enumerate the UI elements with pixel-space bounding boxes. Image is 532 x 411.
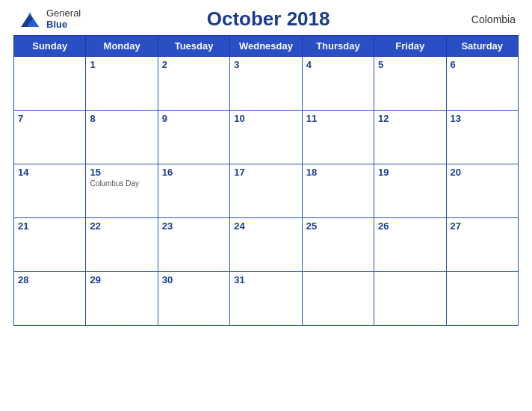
date-number: 3	[234, 59, 297, 70]
calendar-week-row: 21222324252627	[14, 218, 519, 272]
generalblue-icon	[16, 9, 43, 30]
country-label: Colombia	[456, 13, 516, 25]
calendar-cell: 30	[158, 272, 229, 326]
date-number: 26	[378, 220, 442, 232]
calendar-week-row: 1415Columbus Day1617181920	[14, 164, 519, 218]
calendar-cell	[14, 57, 86, 111]
calendar-cell: 28	[14, 272, 86, 326]
calendar-cell: 6	[446, 57, 518, 111]
date-number: 17	[234, 167, 297, 178]
calendar-cell: 11	[302, 111, 374, 164]
calendar-cell: 4	[302, 57, 374, 111]
date-number: 11	[306, 113, 370, 124]
calendar-cell: 27	[446, 218, 518, 272]
date-number: 10	[234, 113, 297, 124]
calendar-cell: 19	[374, 164, 446, 218]
calendar-cell: 17	[230, 164, 302, 218]
calendar-cell: 22	[86, 218, 158, 272]
date-number: 22	[90, 220, 153, 232]
date-number: 16	[162, 167, 226, 178]
calendar-cell: 9	[158, 111, 229, 164]
calendar-week-row: 78910111213	[14, 111, 519, 164]
logo-general-text: General	[46, 8, 81, 19]
calendar-header: Sunday Monday Tuesday Wednesday Thursday…	[14, 36, 519, 57]
calendar-cell	[302, 272, 374, 326]
calendar-cell: 3	[230, 57, 302, 111]
col-tuesday: Tuesday	[158, 36, 229, 57]
calendar-cell: 12	[374, 111, 446, 164]
date-number: 21	[18, 220, 81, 232]
calendar-cell: 21	[14, 218, 86, 272]
date-number: 18	[306, 167, 370, 178]
calendar-cell: 16	[158, 164, 229, 218]
col-friday: Friday	[374, 36, 446, 57]
logo-blue-text: Blue	[46, 19, 81, 30]
event-label: Columbus Day	[90, 179, 153, 188]
date-number: 20	[451, 167, 514, 178]
date-number: 6	[451, 59, 514, 70]
date-number: 24	[234, 220, 297, 232]
calendar-cell: 18	[302, 164, 374, 218]
date-number: 23	[162, 220, 226, 232]
date-number: 13	[451, 113, 514, 124]
date-number: 7	[18, 113, 81, 124]
date-number: 1	[90, 59, 153, 70]
calendar-table: Sunday Monday Tuesday Wednesday Thursday…	[13, 35, 519, 326]
date-number: 14	[18, 167, 81, 178]
calendar-cell: 20	[446, 164, 518, 218]
date-number: 12	[378, 113, 442, 124]
date-number: 29	[90, 274, 153, 285]
calendar-cell: 15Columbus Day	[86, 164, 158, 218]
date-number: 9	[162, 113, 226, 124]
logo: General Blue	[16, 8, 81, 30]
calendar-week-row: 28293031	[14, 272, 519, 326]
calendar-cell: 23	[158, 218, 229, 272]
page-header: General Blue October 2018 Colombia	[13, 7, 519, 31]
calendar-cell: 14	[14, 164, 86, 218]
date-number: 31	[234, 274, 297, 285]
calendar-cell: 29	[86, 272, 158, 326]
calendar-week-row: 123456	[14, 57, 519, 111]
calendar-cell: 8	[86, 111, 158, 164]
calendar-title: October 2018	[81, 7, 456, 31]
date-number: 30	[162, 274, 226, 285]
calendar-body: 123456789101112131415Columbus Day1617181…	[14, 57, 519, 326]
col-sunday: Sunday	[14, 36, 86, 57]
col-monday: Monday	[86, 36, 158, 57]
date-number: 2	[162, 59, 226, 70]
col-wednesday: Wednesday	[230, 36, 302, 57]
calendar-cell: 26	[374, 218, 446, 272]
date-number: 27	[451, 220, 514, 232]
calendar-cell: 25	[302, 218, 374, 272]
date-number: 19	[378, 167, 442, 178]
calendar-cell	[374, 272, 446, 326]
date-number: 8	[90, 113, 153, 124]
logo-text: General Blue	[46, 8, 81, 30]
calendar-cell: 2	[158, 57, 229, 111]
date-number: 4	[306, 59, 370, 70]
calendar-cell	[446, 272, 518, 326]
date-number: 25	[306, 220, 370, 232]
col-thursday: Thursday	[302, 36, 374, 57]
date-number: 5	[378, 59, 442, 70]
date-number: 15	[90, 167, 153, 178]
calendar-cell: 5	[374, 57, 446, 111]
calendar-cell: 13	[446, 111, 518, 164]
day-header-row: Sunday Monday Tuesday Wednesday Thursday…	[14, 36, 519, 57]
calendar-cell: 1	[86, 57, 158, 111]
date-number: 28	[18, 274, 81, 285]
calendar-cell: 24	[230, 218, 302, 272]
calendar-cell: 7	[14, 111, 86, 164]
calendar-cell: 31	[230, 272, 302, 326]
col-saturday: Saturday	[446, 36, 518, 57]
calendar-cell: 10	[230, 111, 302, 164]
